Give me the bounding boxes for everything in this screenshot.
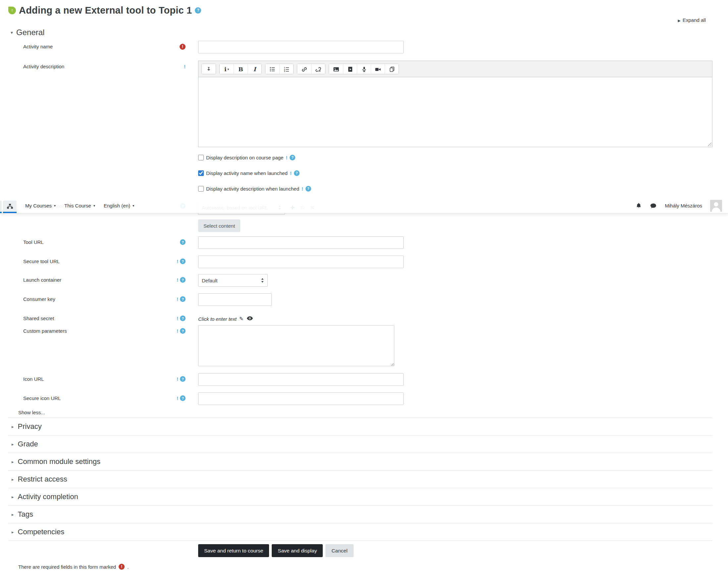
form-actions: Save and return to course Save and displ…: [198, 544, 728, 557]
secure-tool-url-label: Secure tool URL: [23, 259, 60, 264]
notifications-button[interactable]: [636, 202, 642, 209]
help-icon[interactable]: ?: [180, 395, 185, 401]
custom-parameters-textarea[interactable]: [198, 325, 394, 366]
section-common-module-settings[interactable]: ▸ Common module settings: [8, 453, 712, 470]
help-icon[interactable]: ?: [180, 239, 185, 245]
user-name[interactable]: Mihály Mészáros: [665, 203, 702, 208]
navbar: My Courses ▾ This Course ▾ English (en) …: [0, 198, 728, 213]
nav-menu-label: English (en): [104, 203, 130, 208]
show-less-link[interactable]: Show less...: [18, 410, 45, 416]
ordered-list-icon: 123: [284, 66, 290, 72]
expand-all-link[interactable]: ▶Expand all: [0, 17, 706, 25]
secure-icon-url-input[interactable]: [198, 393, 404, 405]
toggle-secret-visibility-button[interactable]: [246, 313, 253, 321]
help-icon[interactable]: ?: [180, 259, 185, 264]
insert-media-button[interactable]: [343, 64, 357, 74]
section-title: Activity completion: [18, 492, 78, 501]
activity-name-input[interactable]: [198, 41, 404, 53]
chevron-down-icon: ▾: [54, 204, 56, 207]
paragraph-style-button[interactable]: i▾: [220, 64, 234, 74]
nav-tab-sitemap[interactable]: [3, 201, 17, 213]
advanced-icon: !: [177, 395, 178, 401]
chevron-right-icon: ▸: [11, 459, 14, 464]
avatar-placeholder-icon: [710, 200, 722, 212]
display-description-checkbox-row: Display description on course page ! ?: [198, 154, 712, 161]
ordered-list-button[interactable]: 123: [279, 64, 293, 74]
unlink-button[interactable]: [311, 64, 325, 74]
secure-icon-url-label: Secure icon URL: [23, 395, 61, 401]
chevron-right-icon: ▸: [11, 494, 14, 499]
secure-tool-url-input[interactable]: [198, 256, 404, 268]
italic-button[interactable]: I: [247, 64, 261, 74]
display-activity-description-checkbox-row: Display activity description when launch…: [198, 185, 712, 192]
activity-description-row: Activity description ! i▾ B I: [0, 61, 728, 192]
custom-parameters-label: Custom parameters: [23, 328, 67, 334]
section-competencies[interactable]: ▸ Competencies: [8, 523, 712, 541]
icon-url-input[interactable]: [198, 373, 404, 386]
manage-files-button[interactable]: [385, 64, 399, 74]
advanced-icon: !: [177, 376, 178, 382]
checkbox-label: Display activity name when launched: [206, 170, 288, 176]
help-icon[interactable]: ?: [294, 170, 299, 176]
cancel-button[interactable]: Cancel: [325, 544, 353, 557]
nav-tab-partial[interactable]: [0, 201, 2, 213]
insert-image-icon: [333, 66, 339, 73]
nav-menu-my-courses[interactable]: My Courses ▾: [25, 203, 56, 208]
editor-content-area[interactable]: [198, 77, 712, 147]
section-title: Restrict access: [18, 475, 67, 484]
consumer-key-label: Consumer key: [23, 296, 55, 302]
consumer-key-input[interactable]: [198, 293, 272, 306]
help-icon[interactable]: ?: [305, 186, 311, 192]
required-icon: !: [180, 44, 185, 50]
bold-button[interactable]: B: [234, 64, 247, 74]
launch-container-select[interactable]: Default: [198, 274, 268, 287]
help-icon[interactable]: ?: [180, 376, 185, 382]
help-icon[interactable]: ?: [195, 7, 201, 13]
launch-container-label: Launch container: [23, 277, 61, 283]
shared-secret-edit-link[interactable]: Click to enter text ✎: [198, 313, 243, 322]
section-activity-completion[interactable]: ▸ Activity completion: [8, 488, 712, 506]
tool-url-input[interactable]: [198, 236, 404, 249]
unordered-list-button[interactable]: [265, 64, 279, 74]
insert-image-button[interactable]: [329, 64, 343, 74]
help-icon[interactable]: ?: [180, 328, 185, 334]
section-title: Common module settings: [18, 457, 100, 466]
nav-menu-language[interactable]: English (en) ▾: [104, 203, 134, 208]
display-activity-description-checkbox[interactable]: [198, 186, 204, 192]
insert-media-icon: [347, 66, 353, 72]
link-icon: [301, 66, 308, 73]
section-tags[interactable]: ▸ Tags: [8, 506, 712, 523]
activity-name-label: Activity name: [23, 44, 53, 49]
shared-secret-row: Shared secret !? Click to enter text ✎: [0, 313, 728, 322]
help-icon[interactable]: ?: [180, 316, 185, 321]
messages-button[interactable]: [650, 203, 657, 209]
avatar[interactable]: [710, 200, 722, 212]
section-general-toggle[interactable]: ▾ General: [10, 27, 728, 38]
help-icon[interactable]: ?: [290, 155, 295, 161]
record-audio-button[interactable]: [357, 64, 371, 74]
link-button[interactable]: [297, 64, 311, 74]
icon-url-label: Icon URL: [23, 376, 44, 382]
record-video-button[interactable]: [371, 64, 385, 74]
select-content-button[interactable]: Select content: [198, 220, 240, 232]
help-icon[interactable]: ?: [180, 296, 185, 302]
save-and-return-button[interactable]: Save and return to course: [198, 544, 269, 557]
chevron-down-icon: ▾: [10, 30, 13, 35]
section-title: Privacy: [18, 422, 42, 431]
resize-handle-icon[interactable]: [707, 142, 711, 146]
display-description-checkbox[interactable]: [198, 155, 204, 161]
save-and-display-button[interactable]: Save and display: [272, 544, 323, 557]
select-content-row: Select content: [0, 220, 728, 232]
help-icon[interactable]: ?: [180, 277, 185, 283]
nav-menu-this-course[interactable]: This Course ▾: [64, 203, 95, 208]
advanced-icon: !: [301, 186, 303, 192]
collapse-toolbar-button[interactable]: [202, 64, 216, 74]
section-grade[interactable]: ▸ Grade: [8, 435, 712, 453]
required-note-text: There are required fields in this form m…: [18, 564, 116, 570]
launch-container-selected-value: Default: [202, 278, 218, 283]
section-restrict-access[interactable]: ▸ Restrict access: [8, 470, 712, 488]
display-activity-name-checkbox[interactable]: [198, 170, 204, 176]
editor-toolbar: i▾ B I 123: [198, 61, 712, 77]
unlink-icon: [315, 66, 321, 73]
section-privacy[interactable]: ▸ Privacy: [8, 417, 712, 435]
